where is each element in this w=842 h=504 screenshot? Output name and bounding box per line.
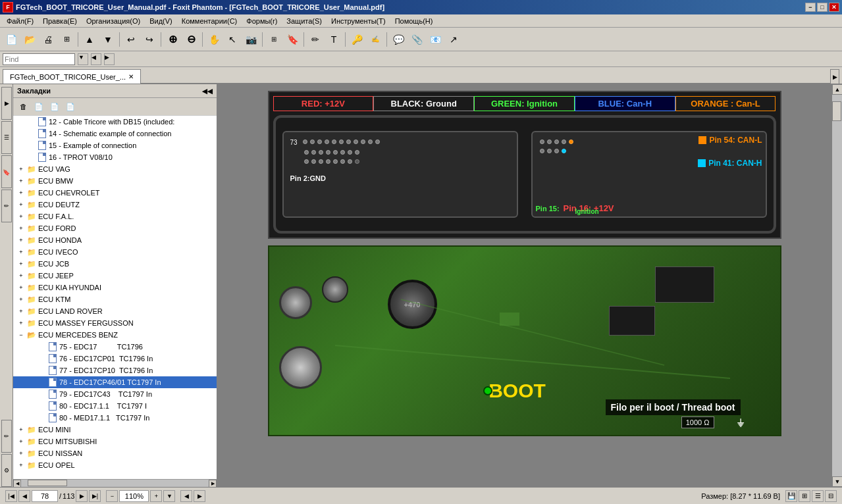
sidebar-item-ecu-landrover[interactable]: + 📁 ECU LAND ROVER <box>13 305 217 317</box>
sidebar-item-12[interactable]: 12 - Cable Tricore with DB15 (included: <box>13 116 217 128</box>
scan-button[interactable]: ⊞ <box>58 31 75 48</box>
sidebar-item-mb-76[interactable]: 76 - EDC17CP01 TC1796 In <box>13 353 217 365</box>
h-scroll-right[interactable]: ▶ <box>209 480 217 488</box>
sidebar-tool-3[interactable]: 📄 <box>47 99 62 114</box>
search-input[interactable] <box>3 53 75 65</box>
sidebar-item-ecu-kia[interactable]: + 📁 ECU KIA HYUNDAI <box>13 282 217 293</box>
email-btn[interactable]: 📧 <box>427 31 444 48</box>
snapshot-tool[interactable]: 📷 <box>242 31 259 48</box>
sidebar-item-ecu-ford[interactable]: + 📁 ECU FORD <box>13 222 217 234</box>
left-icon-5[interactable]: ✏ <box>1 420 12 453</box>
zoom-out[interactable]: ⊖ <box>182 31 199 48</box>
sidebar-item-16[interactable]: 16 - TPROT V08/10 <box>13 151 217 163</box>
zoom-in[interactable]: ⊕ <box>164 31 181 48</box>
undo[interactable]: ↩ <box>122 31 140 48</box>
sidebar-item-14[interactable]: 14 - Schematic example of connection <box>13 128 217 139</box>
underline-btn[interactable]: T <box>325 31 342 48</box>
zoom-in-status-button[interactable]: + <box>150 490 162 502</box>
first-page-button[interactable]: |◀ <box>5 490 17 502</box>
sidebar-collapse-button[interactable]: ◀◀ <box>202 88 213 95</box>
sidebar-tool-4[interactable]: 📄 <box>63 99 78 114</box>
minimize-button[interactable]: − <box>805 3 816 12</box>
sidebar-item-ecu-chevrolet[interactable]: + 📁 ECU CHEVROLET <box>13 187 217 199</box>
sidebar-item-15[interactable]: 15 - Example of connection <box>13 139 217 151</box>
search-dropdown[interactable]: ▼ <box>78 53 88 65</box>
left-icon-3[interactable]: 🔖 <box>1 155 12 188</box>
redo[interactable]: ↪ <box>141 31 158 48</box>
sidebar-item-ecu-opel[interactable]: + 📁 ECU OPEL <box>13 459 217 471</box>
scroll-up-button[interactable]: ▲ <box>832 84 842 95</box>
zoom-dropdown-button[interactable]: ▼ <box>163 490 175 502</box>
left-icon-2[interactable]: ☰ <box>1 121 12 154</box>
sidebar-item-ecu-jeep[interactable]: + 📁 ECU JEEP <box>13 270 217 282</box>
next-page-button[interactable]: ▶ <box>76 490 88 502</box>
view-forward-button[interactable]: ▶ <box>194 490 205 502</box>
two-page-button[interactable]: ⊟ <box>825 490 837 502</box>
maximize-button[interactable]: □ <box>817 3 828 12</box>
page-view-button[interactable]: ⊞ <box>799 490 810 502</box>
sidebar-item-ecu-bmw[interactable]: + 📁 ECU BMW <box>13 175 217 187</box>
tab-close-button[interactable]: ✕ <box>128 73 134 80</box>
highlight-btn[interactable]: ✏ <box>307 31 324 48</box>
menu-help[interactable]: Помощь(H) <box>391 16 437 26</box>
scroll-down-button[interactable]: ▼ <box>832 476 842 487</box>
menu-tools[interactable]: Инструменты(T) <box>327 16 390 26</box>
sidebar-item-mb-77[interactable]: 77 - EDC17CP10 TC1796 In <box>13 365 217 376</box>
sidebar-item-ecu-vag[interactable]: + 📁 ECU VAG <box>13 163 217 175</box>
page-number-input[interactable] <box>32 490 58 502</box>
share-btn[interactable]: ↗ <box>445 31 462 48</box>
left-icon-6[interactable]: ⚙ <box>1 454 12 487</box>
sidebar-item-ecu-mercedes[interactable]: − 📂 ECU MERCEDES BENZ <box>13 329 217 341</box>
sign-btn[interactable]: ✍ <box>367 31 384 48</box>
hand-tool[interactable]: ✋ <box>205 31 223 48</box>
scroll-track[interactable] <box>832 95 842 476</box>
close-button[interactable]: ✕ <box>829 3 839 12</box>
scroll-thumb[interactable] <box>832 101 841 121</box>
attach-btn[interactable]: 📎 <box>408 31 425 48</box>
zoom-out-button[interactable]: − <box>106 490 118 502</box>
print-button[interactable]: 🖨 <box>39 31 57 48</box>
select-tool[interactable]: ↖ <box>224 31 241 48</box>
stamp-btn[interactable]: 🔑 <box>348 31 365 48</box>
menu-file[interactable]: Файл(F) <box>3 16 38 26</box>
sidebar-item-mb-80[interactable]: 80 - EDC17.1.1 TC1797 I <box>13 400 217 412</box>
sidebar-item-mb-75[interactable]: 75 - EDC17 TC1796 <box>13 341 217 353</box>
sidebar-item-ecu-jcb[interactable]: + 📁 ECU JCB <box>13 258 217 270</box>
scroll-view-button[interactable]: ☰ <box>812 490 824 502</box>
search-next[interactable]: ▶ <box>104 53 115 65</box>
sidebar-item-ecu-nissan[interactable]: + 📁 ECU NISSAN <box>13 447 217 459</box>
sidebar-tool-2[interactable]: 📄 <box>32 99 46 114</box>
sidebar-item-ecu-deutz[interactable]: + 📁 ECU DEUTZ <box>13 199 217 211</box>
sidebar-item-ecu-mitsubishi[interactable]: + 📁 ECU MITSUBISHI <box>13 436 217 447</box>
menu-comments[interactable]: Комментарии(C) <box>178 16 242 26</box>
sidebar-item-ecu-honda[interactable]: + 📁 ECU HONDA <box>13 234 217 246</box>
tab-main[interactable]: FGTech_BOOT_TRICORE_User_... ✕ <box>3 69 141 84</box>
save-status-button[interactable]: 💾 <box>785 490 797 502</box>
open-button[interactable]: 📂 <box>21 31 38 48</box>
menu-organize[interactable]: Организация(O) <box>82 16 144 26</box>
zoom-input[interactable] <box>119 490 149 502</box>
pages-btn[interactable]: ⊞ <box>265 31 282 48</box>
menu-view[interactable]: Вид(V) <box>145 16 176 26</box>
nav-forward[interactable]: ▼ <box>99 31 117 48</box>
menu-security[interactable]: Защита(S) <box>282 16 326 26</box>
sidebar-item-ecu-massey[interactable]: + 📁 ECU MASSEY FERGUSSON <box>13 317 217 329</box>
menu-forms[interactable]: Формы(r) <box>242 16 281 26</box>
comment-btn[interactable]: 💬 <box>390 31 407 48</box>
bookmark-btn[interactable]: 🔖 <box>284 31 301 48</box>
window-controls[interactable]: − □ ✕ <box>805 3 839 12</box>
sidebar-tool-1[interactable]: 🗑 <box>16 99 30 114</box>
pdf-area[interactable]: RED: +12V BLACK: Ground GREEN: Ignition … <box>217 84 831 487</box>
last-page-button[interactable]: ▶| <box>89 490 101 502</box>
tab-scroll-arrow[interactable]: ▶ <box>830 69 839 84</box>
left-icon-4[interactable]: ✏ <box>1 189 12 222</box>
sidebar-item-ecu-mini[interactable]: + 📁 ECU MINI <box>13 424 217 436</box>
sidebar-item-mb-78[interactable]: 78 - EDC17CP46/01 TC1797 In <box>13 376 217 388</box>
sidebar-item-mb-80b[interactable]: 80 - MED17.1.1 TC1797 In <box>13 412 217 424</box>
left-icon-1[interactable]: ▶ <box>1 87 12 120</box>
h-scroll-left[interactable]: ◀ <box>13 480 21 488</box>
h-scroll-thumb[interactable] <box>28 480 67 486</box>
sidebar-item-mb-79[interactable]: 79 - EDC17C43 TC1797 In <box>13 388 217 400</box>
sidebar-item-ecu-fal[interactable]: + 📁 ECU F.A.L. <box>13 211 217 222</box>
menu-edit[interactable]: Правка(E) <box>39 16 81 26</box>
